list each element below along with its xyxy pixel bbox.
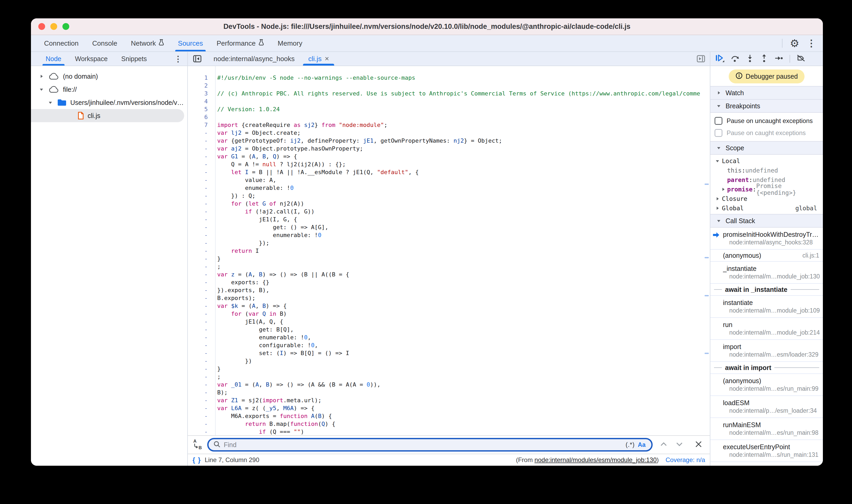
frame-location[interactable]: node:internal/m…esm/loader:329 [723,351,823,358]
step-over-icon[interactable] [731,54,740,64]
gutter-label[interactable]: - [188,271,213,278]
close-window-button[interactable] [38,23,45,30]
step-into-icon[interactable] [746,54,754,64]
gutter-label[interactable]: - [188,192,213,200]
find-input[interactable] [224,441,622,449]
gutter-label[interactable]: - [188,255,213,263]
gutter-label[interactable]: - [188,239,213,247]
scope-group-global[interactable]: Globalglobal [710,203,823,213]
gutter-label[interactable]: - [188,152,213,161]
gutter-label[interactable]: - [188,326,213,334]
frame-location[interactable]: node:internal/async_hooks:328 [723,239,823,246]
main-tab-sources[interactable]: Sources [171,35,210,51]
frame-location[interactable]: node:internal/p…/esm_loader:34 [723,407,823,414]
gutter-label[interactable]: - [188,263,213,271]
call-stack-frame[interactable]: importnode:internal/m…esm/loader:329 [710,339,823,361]
gutter-label[interactable]: - [188,349,213,357]
frame-location[interactable]: cli.js:1 [802,252,819,259]
call-stack-frame[interactable]: runMainESMnode:internal/m…es/run_main:98 [710,417,823,439]
gutter-label[interactable]: - [188,310,213,318]
gutter-label[interactable]: - [188,129,213,137]
navigator-tab-snippets[interactable]: Snippets [114,52,154,66]
editor-tab-cli-js[interactable]: cli.js× [301,52,336,66]
hide-navigator-icon[interactable] [188,52,207,66]
gutter-label[interactable]: - [188,318,213,326]
gutter-label[interactable]: 7 [188,121,213,129]
frame-location[interactable]: node:internal/m…es/run_main:99 [723,385,823,392]
close-tab-icon[interactable]: × [325,55,329,63]
gutter-label[interactable]: - [188,357,213,365]
gutter-label[interactable]: - [188,231,213,239]
frame-location[interactable]: node:internal/m…module_job:214 [723,329,823,336]
close-find-icon[interactable] [695,440,703,449]
section-call-stack[interactable]: Call Stack [710,214,823,228]
gutter-label[interactable]: 3 [188,90,213,97]
gutter-label[interactable]: - [188,341,213,349]
gutter-label[interactable]: - [188,396,213,404]
gutter-label[interactable]: - [188,247,213,255]
gutter-label[interactable]: 2 [188,82,213,90]
gutter-label[interactable]: - [188,200,213,208]
settings-gear-icon[interactable]: ⚙ [790,38,799,49]
section-watch[interactable]: Watch [710,86,823,100]
main-tab-performance[interactable]: Performance [210,35,271,51]
frame-location[interactable]: node:internal/m…es/run_main:98 [723,429,823,436]
gutter-label[interactable]: 1 [188,74,213,82]
source-origin-link[interactable]: node:internal/modules/esm/module_job:130 [535,456,657,463]
main-tab-network[interactable]: Network [124,35,171,51]
pretty-print-icon[interactable]: { } [193,456,201,464]
navigator-more-icon[interactable]: ⋮ [174,52,187,66]
gutter-label[interactable]: - [188,428,213,435]
step-icon[interactable] [774,54,783,63]
resume-icon[interactable] [715,54,725,64]
gutter-label[interactable]: - [188,216,213,223]
tree-item-cli-js[interactable]: cli.js [31,109,184,122]
scope-variable-this[interactable]: this: undefined [710,166,823,175]
gutter-label[interactable]: - [188,184,213,192]
gutter-label[interactable]: - [188,334,213,341]
gutter-label[interactable]: - [188,223,213,231]
gutter-label[interactable]: - [188,381,213,389]
checkbox[interactable] [714,117,723,125]
main-tab-memory[interactable]: Memory [271,35,309,51]
gutter-label[interactable]: - [188,137,213,145]
step-out-icon[interactable] [760,54,768,64]
section-breakpoints[interactable]: Breakpoints [710,99,823,113]
gutter-label[interactable]: 5 [188,105,213,113]
gutter-label[interactable]: - [188,145,213,152]
call-stack-frame[interactable]: (anonymous)node:internal/m…main_module:2 [710,462,823,466]
gutter-label[interactable]: - [188,208,213,216]
gutter-label[interactable]: - [188,294,213,302]
frame-location[interactable]: node:internal/m…module_job:109 [723,307,823,314]
gutter-label[interactable]: - [188,168,213,176]
code-editor[interactable]: 1#!/usr/bin/env -S node --no-warnings --… [188,66,710,435]
call-stack-frame[interactable]: runnode:internal/m…module_job:214 [710,317,823,339]
main-tab-console[interactable]: Console [86,35,124,51]
gutter-label[interactable]: - [188,404,213,412]
match-case-toggle[interactable]: Aa [638,441,645,448]
show-debugger-sidebar-icon[interactable] [696,52,710,66]
call-stack-frame[interactable]: executeUserEntryPointnode:internal/m…s/r… [710,439,823,462]
call-stack-frame[interactable]: instantiatenode:internal/m…module_job:10… [710,295,823,317]
gutter-label[interactable]: - [188,420,213,428]
chevron-down-icon[interactable] [38,87,45,92]
tree-item-file-[interactable]: file:// [31,83,187,96]
gutter-label[interactable]: - [188,278,213,286]
section-scope[interactable]: Scope [710,141,823,155]
more-options-icon[interactable]: ⋮ [806,39,816,48]
call-stack-frame[interactable]: promiseInitHookWithDestroyTr…node:intern… [710,228,823,249]
gutter-label[interactable]: - [188,373,213,381]
editor-tab-node-internal-async-hooks[interactable]: node:internal/async_hooks [207,52,301,66]
gutter-label[interactable]: - [188,302,213,310]
gutter-label[interactable]: - [188,161,213,168]
find-next-icon[interactable] [675,441,684,448]
chevron-down-icon[interactable] [47,100,54,105]
coverage-link[interactable]: Coverage: n/a [665,456,705,464]
call-stack-frame[interactable]: (anonymous)cli.js:1 [710,249,823,261]
tree-item--no-domain-[interactable]: (no domain) [31,70,187,83]
chevron-right-icon[interactable] [38,74,45,79]
gutter-label[interactable]: - [188,365,213,373]
tree-item-users-jinhuilee-nvm-versions-node-v2-[interactable]: Users/jinhuilee/.nvm/versions/node/v2… [31,96,187,109]
call-stack-frame[interactable]: _instantiatenode:internal/m…module_job:1… [710,261,823,283]
zoom-window-button[interactable] [63,23,69,30]
